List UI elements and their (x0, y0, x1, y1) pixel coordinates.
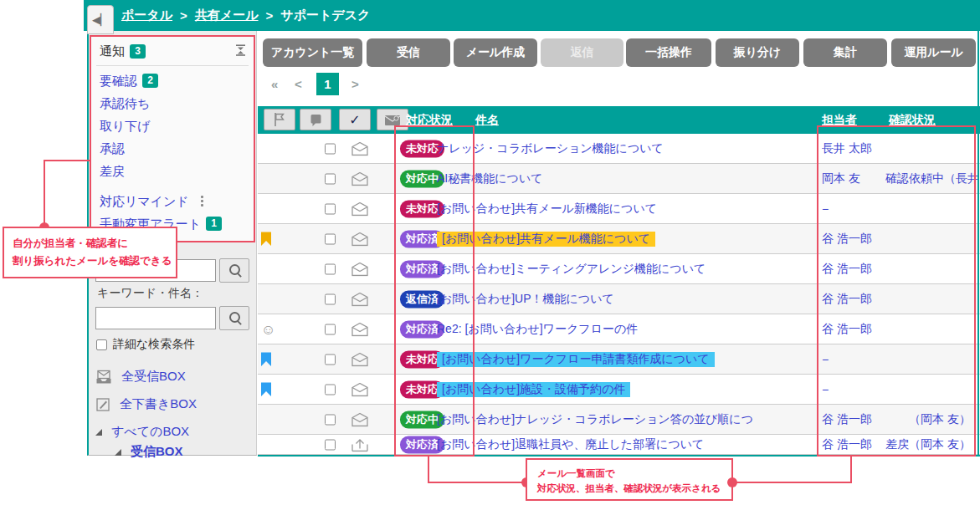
mail-table-row[interactable]: 未対応[お問い合わせ]共有メール新機能について− (258, 194, 980, 224)
breadcrumb-portal-link[interactable]: ポータル (121, 8, 172, 23)
mail-status-filter-button[interactable] (377, 109, 408, 130)
notification-item[interactable]: 差戻 (91, 160, 254, 182)
highlighted-subject: [お問い合わせ]ワークフロー申請書類作成について (437, 352, 715, 367)
mail-subject-link[interactable]: Re2: [お問い合わせ]ワークフローの件 (433, 322, 805, 337)
mail-table-row[interactable]: 未対応ナレッジ・コラボレーション機能について長井 太郎 (258, 134, 980, 164)
annotation-connector (44, 160, 45, 228)
row-checkbox[interactable] (325, 384, 336, 395)
sort-assignee-header[interactable]: 担当者 (822, 106, 857, 134)
notification-item-label: 対応リマインド (100, 190, 189, 212)
toolbar-button-2[interactable]: 受信 (367, 38, 450, 67)
toolbar-button-6[interactable]: 振り分け (716, 38, 799, 67)
assignee-name[interactable]: 谷 浩一郎 (822, 232, 895, 247)
mail-reply-icon (351, 437, 369, 451)
search-button-1[interactable] (219, 258, 249, 283)
row-checkbox[interactable] (325, 414, 336, 425)
mail-subject-link[interactable]: [お問い合わせ]退職社員や、廃止した部署について (433, 437, 805, 452)
row-checkbox[interactable] (325, 173, 336, 184)
pagination-next-button[interactable]: > (351, 74, 359, 95)
check-filter-button[interactable]: ✓ (339, 109, 371, 130)
mailbox-item[interactable]: 全受信BOX (95, 369, 186, 385)
mail-table-row[interactable]: 未対応[お問い合わせ]ワークフロー申請書類作成について− (258, 344, 980, 375)
more-options-icon[interactable] (201, 196, 203, 207)
mail-subject-link[interactable]: ナレッジ・コラボレーション機能について (433, 141, 805, 156)
mail-table-row[interactable]: 対応済[お問い合わせ]共有メール機能について谷 浩一郎 (258, 224, 980, 254)
row-checkbox[interactable] (325, 354, 336, 365)
breadcrumb-separator: > (266, 8, 274, 23)
sort-subject-header[interactable]: 件名 (475, 106, 499, 134)
pagination-first-button[interactable]: « (271, 74, 278, 95)
assignee-name[interactable]: 谷 浩一郎 (822, 412, 895, 427)
mail-closed-icon (351, 201, 369, 216)
mailbox-label: 受信BOX (131, 444, 183, 460)
assignee-name[interactable]: − (822, 383, 895, 396)
mail-subject-link[interactable]: [お問い合わせ]共有メール新機能について (433, 201, 805, 217)
row-checkbox[interactable] (325, 143, 336, 154)
mail-subject-link[interactable]: [お問い合わせ]ミーティングアレンジ機能について (433, 262, 805, 277)
search-input-keyword[interactable] (95, 307, 216, 329)
assignee-name[interactable]: 谷 浩一郎 (822, 437, 895, 452)
assignee-name[interactable]: 谷 浩一郎 (822, 292, 895, 307)
row-checkbox[interactable] (325, 233, 336, 244)
notification-item[interactable]: 取り下げ (91, 115, 254, 137)
toolbar-button-5[interactable]: 一括操作 (626, 38, 711, 67)
sidebar-collapse-button[interactable]: ◀▏ (87, 5, 114, 34)
pagination-current-page: 1 (316, 73, 339, 95)
flag-icon (271, 111, 288, 128)
mail-table-row[interactable]: 返信済[お問い合わせ]UP！機能について谷 浩一郎 (258, 284, 980, 314)
notifications-count-badge: 3 (130, 44, 146, 59)
gold-bookmark-icon (261, 232, 271, 246)
notification-item-label: 承認 (100, 137, 125, 160)
mailbox-item[interactable]: すべてのBOX (95, 424, 189, 440)
mail-table-row[interactable]: ☺対応済Re2: [お問い合わせ]ワークフローの件谷 浩一郎 (258, 314, 980, 344)
assignee-name[interactable]: 長井 太郎 (822, 141, 895, 156)
mail-subject-link[interactable]: [お問い合わせ]ワークフロー申請書類作成について (433, 352, 805, 367)
notification-count-badge: 2 (142, 74, 158, 88)
pagination-prev-button[interactable]: < (295, 74, 302, 95)
tree-triangle-icon (115, 449, 121, 456)
mailbox-item[interactable]: 全下書きBOX (95, 396, 197, 412)
assignee-name[interactable]: 谷 浩一郎 (822, 262, 895, 277)
assignee-name[interactable]: − (822, 202, 895, 216)
mail-table-row[interactable]: 対応中[お問い合わせ]ナレッジ・コラボレーション答の並び順につ谷 浩一郎（岡本 … (258, 405, 980, 435)
mail-table-row[interactable]: 未対応[お問い合わせ]施設・設備予約の件− (258, 375, 980, 405)
toolbar-button-7[interactable]: 集計 (803, 38, 887, 67)
row-checkbox[interactable] (325, 324, 336, 334)
assignee-name[interactable]: 岡本 友 (822, 171, 895, 186)
mailbox-label: 全下書きBOX (120, 396, 197, 412)
toolbar-button-1[interactable]: アカウント一覧 (263, 38, 362, 67)
advanced-search-checkbox[interactable] (96, 339, 107, 350)
mail-table-row[interactable]: 対応済[お問い合わせ]退職社員や、廃止した部署について谷 浩一郎差戻（岡本 友） (258, 435, 980, 455)
toolbar-button-8[interactable]: 運用ルール (891, 38, 976, 67)
mail-subject-link[interactable]: [お問い合わせ]ナレッジ・コラボレーション答の並び順につ (433, 412, 805, 427)
notification-item[interactable]: 承認待ち (91, 92, 254, 115)
notification-item[interactable]: 要確認2 (91, 69, 254, 92)
mailbox-item[interactable]: 受信BOX (115, 444, 183, 460)
breadcrumb-shared-mail-link[interactable]: 共有メール (195, 8, 259, 23)
toolbar-button-3[interactable]: メール作成 (454, 38, 537, 67)
confirmation-status: 確認依頼中（長井 (885, 171, 980, 186)
notification-list: 要確認2承認待ち取り下げ承認差戻対応リマインド手動変更アラート1 (91, 69, 254, 235)
notification-item[interactable]: 承認 (91, 137, 254, 160)
row-checkbox[interactable] (325, 439, 336, 450)
note-icon (308, 112, 323, 127)
panel-collapse-icon[interactable] (234, 44, 247, 59)
mail-table-row[interactable]: 対応済[お問い合わせ]ミーティングアレンジ機能について谷 浩一郎 (258, 254, 980, 284)
assignee-name[interactable]: − (822, 353, 895, 366)
notification-item[interactable]: 対応リマインド (91, 190, 254, 212)
mail-subject-link[interactable]: [お問い合わせ]施設・設備予約の件 (433, 382, 805, 397)
mail-subject-link[interactable]: AI秘書機能について (433, 171, 805, 186)
confirmation-status: （岡本 友） (885, 412, 980, 427)
search-button-keyword[interactable] (219, 306, 249, 330)
row-checkbox[interactable] (325, 293, 336, 304)
assignee-name[interactable]: 谷 浩一郎 (822, 322, 895, 337)
mail-table-row[interactable]: 対応中AI秘書機能について岡本 友確認依頼中（長井 (258, 164, 980, 194)
mail-subject-link[interactable]: [お問い合わせ]共有メール機能について (433, 232, 805, 247)
note-filter-button[interactable] (300, 109, 331, 130)
row-checkbox[interactable] (325, 263, 336, 274)
sort-status-header[interactable]: 対応状況 (406, 106, 453, 134)
mail-subject-link[interactable]: [お問い合わせ]UP！機能について (433, 292, 805, 307)
sort-confirmation-header[interactable]: 確認状況 (889, 106, 936, 134)
row-checkbox[interactable] (325, 203, 336, 214)
flag-filter-button[interactable] (264, 109, 295, 130)
